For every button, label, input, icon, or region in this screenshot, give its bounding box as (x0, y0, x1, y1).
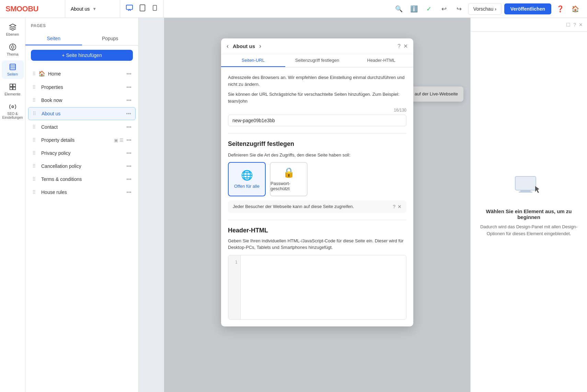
tab-seiten[interactable]: Seiten (25, 32, 82, 45)
redo-button[interactable]: ↪ (453, 3, 465, 15)
access-option-password[interactable]: 🔒 Passwort-geschützt (270, 162, 308, 196)
page-item-properties[interactable]: ⠿ Properties ••• (28, 81, 136, 93)
rp-help-icon[interactable]: ? (573, 22, 576, 27)
page-item-privacypolicy-label: Privacy policy (41, 150, 124, 156)
sidebar-item-thema[interactable]: Thema (2, 41, 24, 59)
page-item-contact-more[interactable]: ••• (126, 124, 131, 130)
page-item-booknow-more[interactable]: ••• (126, 97, 131, 103)
dialog-header: ‹ About us › ? ✕ (221, 38, 413, 54)
dialog-actions: ? ✕ (398, 43, 408, 49)
html-section-heading: Header-HTML (228, 227, 406, 234)
page-item-propertydetails[interactable]: ⠿ Property details ▣ ☰ ••• (28, 134, 136, 146)
tab-popups[interactable]: Popups (82, 32, 139, 45)
page-item-termsconditions[interactable]: ⠿ Terms & conditions ••• (28, 173, 136, 185)
access-heading: Seitenzugriff festlegen (228, 140, 406, 148)
page-item-cancellationpolicy-more[interactable]: ••• (126, 163, 131, 169)
sidebar-item-thema-label: Thema (7, 52, 18, 56)
svg-marker-5 (9, 24, 15, 27)
logo-area: SMOOBU (0, 0, 65, 18)
page-item-termsconditions-more[interactable]: ••• (126, 176, 131, 182)
access-info-bar: Jeder Besucher der Webseite kann auf die… (228, 200, 406, 213)
page-item-aboutus[interactable]: ⠿ About us ••• (28, 107, 136, 120)
preview-button[interactable]: Vorschau › (468, 3, 502, 15)
drag-handle: ⠿ (32, 71, 36, 77)
svg-marker-21 (535, 186, 539, 193)
dialog-close-icon[interactable]: ✕ (403, 43, 408, 49)
home-button[interactable]: 🏠 (569, 3, 582, 15)
page-item-propertydetails-more[interactable]: ••• (126, 137, 131, 143)
drag-handle: ⠿ (33, 111, 36, 116)
svg-rect-20 (519, 192, 532, 193)
dialog-nav: ‹ About us › (227, 43, 261, 50)
drag-handle: ⠿ (32, 176, 36, 182)
page-item-houserules[interactable]: ⠿ House rules ••• (28, 186, 136, 198)
access-option-open[interactable]: 🌐 Offen für alle (228, 162, 266, 196)
page-item-cancellationpolicy[interactable]: ⠿ Cancellation policy ••• (28, 160, 136, 172)
sidebar-item-seo-label: SEO & Einstellungen (2, 112, 23, 119)
html-description: Geben Sie Ihren individuellen HTML-/Java… (228, 238, 406, 251)
undo-button[interactable]: ↩ (438, 3, 450, 15)
add-page-button[interactable]: + Seite hinzufügen (31, 50, 133, 61)
dialog-next-arrow[interactable]: › (259, 43, 261, 50)
element-select-illustration (512, 173, 546, 201)
sidebar-item-seiten[interactable]: Seiten (2, 60, 24, 79)
url-description-1: Adresszeile des Browsers an. Wir empfehl… (228, 74, 406, 88)
svg-rect-14 (13, 84, 15, 87)
page-item-houserules-more[interactable]: ••• (126, 189, 131, 195)
page-item-privacypolicy-more[interactable]: ••• (126, 150, 131, 156)
pages-list: ⠿ 🏠 Home ••• ⠿ Properties ••• ⠿ Book now… (25, 65, 138, 392)
sidebar-item-seo[interactable]: SEO & Einstellungen (2, 100, 24, 122)
page-item-home[interactable]: ⠿ 🏠 Home ••• (28, 67, 136, 80)
page-selector[interactable]: About us ▼ (65, 0, 120, 18)
sidebar-item-seiten-label: Seiten (7, 72, 18, 76)
page-item-booknow[interactable]: ⠿ Book now ••• (28, 94, 136, 106)
dialog-prev-arrow[interactable]: ‹ (227, 43, 229, 50)
page-item-propertydetails-label: Property details (41, 137, 111, 143)
dialog: ‹ About us › ? ✕ Seiten-URL Seitenzugrif… (221, 38, 413, 326)
divider-2 (228, 220, 406, 220)
sidebar-item-elemente[interactable]: Elemente (2, 80, 24, 99)
drag-handle: ⠿ (32, 137, 36, 143)
dialog-tab-access[interactable]: Seitenzugriff festlegen (285, 54, 349, 67)
page-item-aboutus-more[interactable]: ••• (126, 111, 131, 116)
check-button[interactable]: ✓ (423, 3, 435, 15)
svg-point-17 (12, 106, 14, 108)
code-textarea[interactable] (241, 255, 406, 319)
dialog-tab-html[interactable]: Header-HTML (349, 54, 413, 67)
help-button[interactable]: ❓ (554, 3, 566, 15)
page-item-privacypolicy[interactable]: ⠿ Privacy policy ••• (28, 147, 136, 159)
device-bar (120, 0, 164, 18)
search-button[interactable]: 🔍 (393, 3, 405, 15)
access-option-password-label: Passwort-geschützt (271, 181, 307, 191)
sidebar-item-ebenen[interactable]: Ebenen (2, 21, 24, 39)
sub-icon-1: ▣ (114, 138, 118, 143)
dialog-tab-url[interactable]: Seiten-URL (221, 54, 285, 67)
tablet-icon[interactable] (139, 4, 146, 13)
access-info-close-icon[interactable]: ✕ (398, 204, 402, 209)
desktop-icon[interactable] (126, 4, 133, 13)
pages-tabs: Seiten Popups (25, 32, 138, 46)
publish-button[interactable]: Veröffentlichen (504, 3, 551, 14)
mobile-icon[interactable] (152, 5, 158, 13)
svg-rect-16 (13, 87, 15, 90)
url-input[interactable] (228, 115, 406, 126)
right-panel: ☐ ? ✕ Wählen Sie ein Element aus, um zu … (470, 18, 587, 392)
right-panel-description: Dadurch wird das Design-Panel mit allen … (479, 223, 579, 237)
right-panel-title: Wählen Sie ein Element aus, um zu beginn… (479, 208, 579, 220)
drag-handle: ⠿ (32, 97, 36, 103)
chevron-down-icon: ▼ (92, 7, 96, 11)
access-info-help-icon[interactable]: ? (393, 204, 395, 209)
url-description-2: Sie können der URL Schrägstriche für ver… (228, 91, 406, 104)
pages-panel: PAGES Seiten Popups + Seite hinzufügen ⠿… (25, 18, 139, 392)
svg-rect-18 (515, 176, 536, 190)
right-panel-header: ☐ ? ✕ (471, 18, 587, 32)
divider-1 (228, 133, 406, 134)
info-button[interactable]: ℹ️ (408, 3, 420, 15)
page-item-contact[interactable]: ⠿ Contact ••• (28, 121, 136, 133)
dialog-title: About us (233, 43, 255, 49)
dialog-help-icon[interactable]: ? (398, 43, 401, 49)
rp-close-icon[interactable]: ✕ (579, 22, 583, 27)
page-item-home-more[interactable]: ••• (126, 71, 131, 77)
page-item-properties-more[interactable]: ••• (126, 84, 131, 90)
page-item-home-label: Home (48, 71, 124, 77)
